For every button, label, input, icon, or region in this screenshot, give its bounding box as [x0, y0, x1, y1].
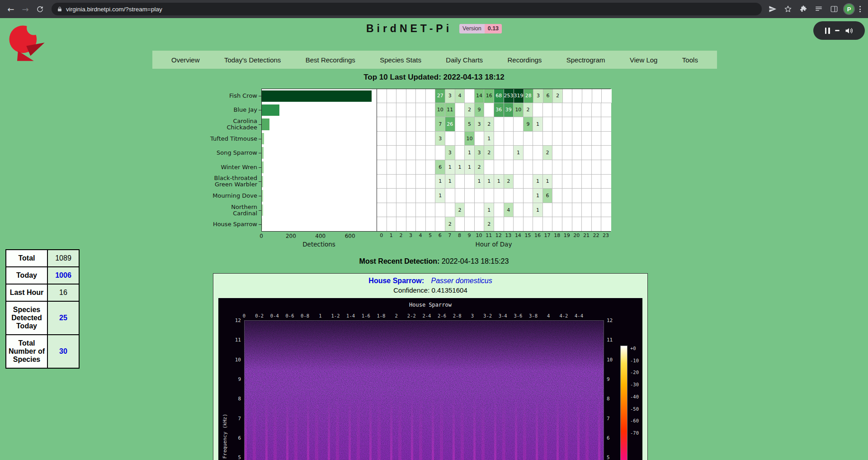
spec-colorbar-tick: -40 — [630, 394, 639, 399]
heatmap-cell — [416, 217, 426, 231]
heatmap-cell — [582, 146, 592, 160]
nav-item-daily-charts[interactable]: Daily Charts — [446, 56, 483, 64]
nav-item-best-recordings[interactable]: Best Recordings — [306, 56, 355, 64]
chart-axis-ticks: 0200400600012345678910111213141516171819… — [145, 232, 611, 241]
hour-axis-tick: 15 — [523, 232, 533, 241]
heatmap-cell — [455, 217, 465, 231]
heatmap-cell — [426, 189, 436, 203]
species-label: Fish Crow — [145, 89, 261, 103]
heatmap-cell — [562, 175, 572, 189]
heatmap-cell: 1 — [533, 175, 543, 189]
back-button[interactable]: ← — [4, 2, 18, 16]
hour-axis-tick: 12 — [494, 232, 504, 241]
bar-axis: 0200400600 — [261, 232, 377, 241]
heatmap-cell: 9 — [475, 103, 485, 118]
nav-item-tools[interactable]: Tools — [682, 56, 698, 64]
heatmap-cell — [582, 89, 592, 103]
stats-value[interactable]: 25 — [47, 301, 79, 335]
heatmap-cell — [572, 89, 582, 103]
heatmap-cell — [484, 103, 494, 118]
nav-item-view-log[interactable]: View Log — [630, 56, 657, 64]
species-label: Song Sparrow — [145, 146, 261, 160]
send-icon[interactable] — [766, 3, 779, 15]
heatmap-cell — [543, 217, 553, 231]
heatmap-cell — [416, 146, 426, 160]
bar-cell — [261, 175, 377, 189]
reload-button[interactable] — [33, 2, 47, 16]
stats-value[interactable]: 30 — [47, 335, 79, 368]
heatmap-cell — [572, 117, 582, 132]
seek-bar[interactable] — [835, 30, 840, 31]
browser-toolbar: ← → virginia.birdnetpi.com/?stream=play … — [0, 0, 868, 18]
heatmap-cell: 3 — [475, 146, 485, 160]
nav-item-today-s-detections[interactable]: Today's Detections — [224, 56, 281, 64]
species-label: Blue Jay — [145, 103, 261, 118]
nav-item-recordings[interactable]: Recordings — [507, 56, 542, 64]
profile-avatar[interactable]: P — [843, 3, 855, 15]
heatmap-cell — [562, 103, 572, 118]
address-bar[interactable]: virginia.birdnetpi.com/?stream=play — [52, 3, 762, 15]
volume-button[interactable] — [844, 26, 854, 35]
heatmap-cell — [524, 175, 533, 189]
heatmap-cell — [387, 117, 397, 132]
heatmap-cell — [592, 160, 602, 175]
spec-freq-tick-right: 11 — [607, 337, 623, 343]
heatmap-cell — [416, 160, 426, 175]
heatmap-cell — [445, 132, 455, 146]
heatmap-row: 313212 — [377, 146, 611, 160]
chart-row: Carolina Chickadee72653291 — [145, 117, 611, 132]
spec-colorbar-tick: -10 — [630, 358, 639, 363]
heatmap-cell — [406, 217, 416, 231]
spec-freq-tick-left: 11 — [225, 337, 241, 343]
hour-axis-tick: 8 — [455, 232, 465, 241]
heatmap-cell — [533, 217, 543, 231]
heatmap-cell — [552, 203, 562, 218]
heatmap-cell — [396, 203, 406, 218]
nav-item-spectrogram[interactable]: Spectrogram — [566, 56, 605, 64]
stats-value[interactable]: 1006 — [47, 267, 79, 284]
forward-button[interactable]: → — [18, 2, 33, 16]
heatmap-cell — [504, 217, 514, 231]
reading-list-icon[interactable] — [812, 3, 825, 15]
detection-common-name[interactable]: House Sparrow: — [368, 277, 424, 285]
heatmap-cell — [445, 189, 455, 203]
nav-item-species-stats[interactable]: Species Stats — [380, 56, 421, 64]
hour-axis-tick: 1 — [387, 232, 396, 241]
heatmap-cell — [465, 189, 475, 203]
heatmap-cell — [475, 132, 485, 146]
heatmap-cell — [406, 203, 416, 218]
heatmap-cell — [582, 132, 592, 146]
heatmap-cell: 2 — [465, 103, 475, 118]
heatmap-cell — [406, 132, 416, 146]
pause-button[interactable] — [825, 28, 830, 34]
heatmap-cell: 16 — [484, 89, 494, 103]
heatmap-cell — [406, 189, 416, 203]
stats-row: Today1006 — [6, 267, 79, 284]
spec-time-tick: 4-2 — [559, 313, 568, 318]
chart-row: Black-throated Green Warbler11111211 — [145, 175, 611, 189]
stats-label: Species Detected Today — [6, 301, 47, 335]
menu-dots-icon[interactable] — [858, 4, 863, 14]
heatmap-cell: 1 — [435, 189, 445, 203]
spec-time-tick: 1 — [319, 313, 321, 318]
stats-value: 16 — [47, 284, 79, 301]
heatmap-cell — [543, 132, 553, 146]
hour-axis-tick: 13 — [504, 232, 514, 241]
heatmap-row: 2141 — [377, 203, 611, 218]
side-panel-icon[interactable] — [828, 3, 840, 15]
detection-confidence: Confidence: 0.41351604 — [213, 286, 647, 294]
heatmap-cell — [387, 175, 397, 189]
bar-cell — [261, 146, 377, 160]
heatmap-cell — [543, 203, 553, 218]
heatmap-cell: 1 — [445, 160, 455, 175]
species-label: Black-throated Green Warbler — [145, 175, 261, 189]
extensions-puzzle-icon[interactable] — [797, 3, 810, 15]
hour-axis-tick: 22 — [591, 232, 601, 241]
stats-row: Total Number of Species30 — [6, 335, 79, 368]
hour-axis-tick: 16 — [533, 232, 542, 241]
heatmap-axis-label: Hour of Day — [377, 241, 611, 250]
detection-scientific-name[interactable]: Passer domesticus — [431, 277, 492, 285]
bookmark-star-icon[interactable] — [782, 3, 794, 15]
heatmap-cell — [582, 160, 592, 175]
nav-item-overview[interactable]: Overview — [171, 56, 200, 64]
